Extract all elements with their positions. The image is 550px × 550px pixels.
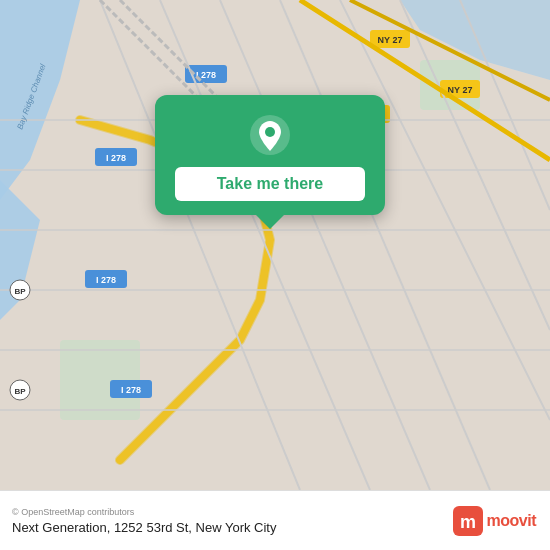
svg-text:BP: BP — [14, 287, 26, 296]
svg-point-44 — [265, 127, 275, 137]
moovit-icon: m — [453, 506, 483, 536]
moovit-logo: m moovit — [453, 506, 536, 536]
popup-card: Take me there — [155, 95, 385, 215]
location-pin-icon — [248, 113, 292, 157]
svg-text:NY 27: NY 27 — [378, 35, 403, 45]
svg-text:m: m — [460, 512, 476, 532]
svg-text:I 278: I 278 — [121, 385, 141, 395]
svg-text:I 278: I 278 — [96, 275, 116, 285]
map-container: I 278 I 278 I 278 NY 27 NY 27 NY 27 I 27… — [0, 0, 550, 490]
svg-text:BP: BP — [14, 387, 26, 396]
moovit-brand-text: moovit — [487, 512, 536, 530]
map-attribution: © OpenStreetMap contributors — [12, 507, 276, 517]
location-label: Next Generation, 1252 53rd St, New York … — [12, 520, 276, 535]
take-me-there-button[interactable]: Take me there — [175, 167, 365, 201]
svg-text:NY 27: NY 27 — [448, 85, 473, 95]
bottom-left-info: © OpenStreetMap contributors Next Genera… — [12, 507, 276, 535]
svg-text:I 278: I 278 — [106, 153, 126, 163]
bottom-bar: © OpenStreetMap contributors Next Genera… — [0, 490, 550, 550]
